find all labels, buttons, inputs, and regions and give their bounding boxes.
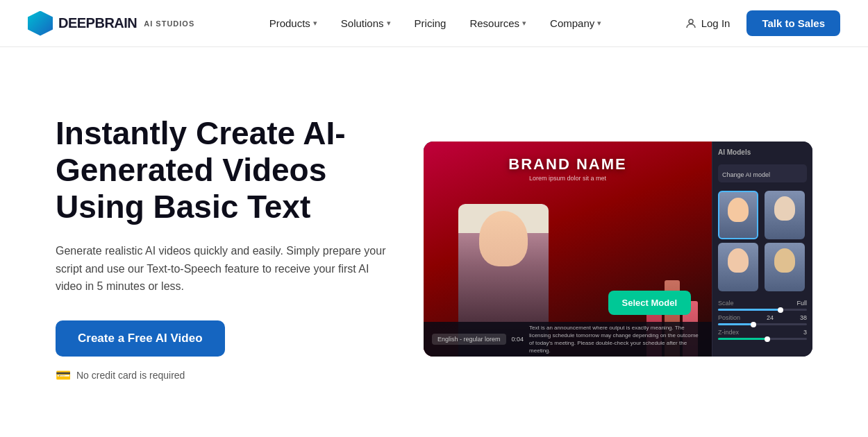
scale-fill	[718, 309, 781, 311]
language-badge: English - regular lorem	[432, 334, 506, 345]
hero-title: Instantly Create AI-Generated Videos Usi…	[56, 115, 424, 225]
nav-item-pricing[interactable]: Pricing	[405, 12, 456, 35]
hero-right: BRAND NAME Lorem ipsum dolor sit a met	[424, 142, 812, 357]
logo-brand: DEEPBRAIN	[58, 15, 137, 31]
nav-item-company[interactable]: Company ▾	[540, 12, 611, 35]
hero-description: Generate realistic AI videos quickly and…	[56, 242, 389, 295]
brand-sub-text: Lorem ipsum dolor sit a met	[424, 175, 712, 182]
position-track[interactable]	[718, 323, 807, 325]
scale-control: Scale Full	[718, 300, 807, 311]
nav-label-resources: Resources	[469, 17, 519, 29]
main-content: Instantly Create AI-Generated Videos Usi…	[0, 47, 868, 437]
nav-label-pricing: Pricing	[415, 17, 446, 29]
nav-label-company: Company	[550, 17, 594, 29]
scale-thumb[interactable]	[778, 307, 783, 313]
ai-models-sidebar: AI Models Change AI model	[712, 142, 812, 357]
nav-item-resources[interactable]: Resources ▾	[460, 12, 536, 35]
zindex-thumb[interactable]	[765, 336, 770, 342]
brand-overlay: BRAND NAME Lorem ipsum dolor sit a met	[424, 155, 712, 182]
nav-label-products: Products	[269, 17, 310, 29]
preview-video-panel: BRAND NAME Lorem ipsum dolor sit a met	[424, 142, 712, 357]
position-x: 24	[767, 314, 774, 321]
chevron-down-icon: ▾	[387, 19, 391, 28]
sidebar-controls: Scale Full Position 24 38	[718, 300, 807, 340]
logo-sub: AI STUDIOS	[144, 19, 194, 28]
model-thumb-3[interactable]	[718, 243, 758, 291]
logo[interactable]: DEEPBRAIN AI STUDIOS	[28, 11, 194, 36]
model-face-1	[728, 198, 749, 222]
zindex-label: Z-index	[718, 329, 739, 336]
zindex-control: Z-index 3	[718, 329, 807, 340]
logo-icon	[28, 11, 53, 36]
svg-point-0	[689, 19, 693, 24]
select-model-button[interactable]: Select Model	[608, 291, 691, 315]
change-ai-model-label: Change AI model	[722, 171, 770, 178]
ai-face	[479, 211, 528, 266]
position-control: Position 24 38	[718, 314, 807, 325]
nav-label-solutions: Solutions	[341, 17, 384, 29]
zindex-value: 3	[803, 329, 807, 336]
zindex-track[interactable]	[718, 338, 807, 340]
position-label: Position	[718, 314, 740, 321]
scale-track[interactable]	[718, 309, 807, 311]
model-grid	[718, 191, 807, 291]
navbar: DEEPBRAIN AI STUDIOS Products ▾ Solution…	[0, 0, 868, 47]
script-text: Text is an announcement where output is …	[529, 324, 703, 355]
user-icon	[685, 17, 697, 30]
model-thumb-1[interactable]	[718, 191, 758, 239]
create-free-video-button[interactable]: Create a Free AI Video	[56, 320, 225, 357]
zindex-fill	[718, 338, 767, 340]
model-thumb-2[interactable]	[765, 191, 805, 239]
login-label: Log In	[701, 17, 731, 29]
scale-value: Full	[796, 300, 807, 307]
preview-bottom-bar: English - regular lorem 0:04 Text is an …	[424, 322, 712, 357]
ai-models-title: AI Models	[718, 148, 807, 156]
talk-to-sales-button[interactable]: Talk to Sales	[746, 10, 840, 36]
model-thumb-4[interactable]	[765, 243, 805, 291]
brand-name-text: BRAND NAME	[424, 155, 712, 173]
no-cc-text: No credit card is required	[76, 370, 185, 381]
position-thumb[interactable]	[751, 322, 756, 327]
model-face-4	[774, 248, 795, 273]
nav-links: Products ▾ Solutions ▾ Pricing Resources…	[260, 12, 612, 35]
no-cc-note: 💳 No credit card is required	[56, 368, 424, 383]
preview-container: BRAND NAME Lorem ipsum dolor sit a met	[424, 142, 812, 357]
timer-display: 0:04	[512, 336, 524, 343]
credit-card-icon: 💳	[56, 368, 71, 383]
nav-item-solutions[interactable]: Solutions ▾	[331, 12, 401, 35]
nav-item-products[interactable]: Products ▾	[260, 12, 327, 35]
position-y: 38	[800, 314, 807, 321]
chevron-down-icon: ▾	[313, 19, 317, 28]
chevron-down-icon: ▾	[522, 19, 526, 28]
model-face-2	[774, 196, 795, 221]
model-face-3	[728, 248, 749, 273]
login-button[interactable]: Log In	[676, 12, 739, 35]
hero-left: Instantly Create AI-Generated Videos Usi…	[56, 115, 424, 382]
position-fill	[718, 323, 753, 325]
script-text-area: Text is an announcement where output is …	[529, 324, 703, 355]
scale-label: Scale	[718, 300, 734, 307]
nav-actions: Log In Talk to Sales	[676, 10, 840, 36]
chevron-down-icon: ▾	[597, 19, 601, 28]
